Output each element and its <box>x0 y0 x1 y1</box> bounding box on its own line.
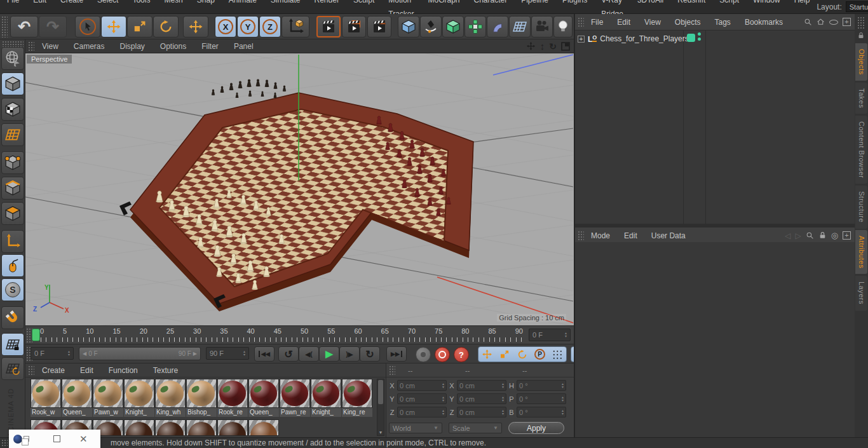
apply-button[interactable]: Apply <box>508 422 564 434</box>
rotate-tool-button[interactable] <box>153 16 179 37</box>
attribute-manager-menu-item[interactable]: Edit <box>617 231 644 240</box>
rotation-field[interactable]: 0 °▴▾ <box>517 407 566 417</box>
material-menu-item[interactable]: Create <box>34 366 72 375</box>
object-manager-menu-item[interactable]: Bookmarks <box>738 18 790 27</box>
goto-end-button[interactable]: ▶▶ <box>386 346 407 362</box>
lock-layout-icon[interactable] <box>857 32 865 39</box>
scrollbar-thumb[interactable] <box>378 380 383 404</box>
close-icon[interactable]: ✕ <box>79 433 88 445</box>
object-manager-menu-item[interactable]: Tags <box>708 18 738 27</box>
expand-icon[interactable]: + <box>578 36 585 43</box>
object-name[interactable]: Chess_for_Three_Players <box>600 34 688 43</box>
undo-button[interactable]: ↶ <box>10 16 38 37</box>
attribute-manager-menu-item[interactable]: User Data <box>644 231 693 240</box>
add-generator-button[interactable] <box>442 16 464 37</box>
spinner-icon[interactable]: ▴▾ <box>562 409 564 416</box>
size-field[interactable]: 0 cm▴▾ <box>457 380 506 391</box>
material-menu-item[interactable]: Texture <box>146 366 186 375</box>
spinner-icon[interactable]: ▴▾ <box>442 409 444 416</box>
camera-view-label[interactable]: Perspective <box>27 55 72 64</box>
add-panel-icon[interactable]: + <box>843 18 851 26</box>
viewport-solo-button[interactable] <box>1 254 24 277</box>
viewport-menu-item[interactable]: Options <box>153 42 194 51</box>
previous-frame-button[interactable]: ◀( <box>299 346 319 362</box>
spinner-icon[interactable]: ▴▾ <box>502 383 504 389</box>
material-tile[interactable]: Queen_ <box>62 379 92 417</box>
spinner-icon[interactable]: ▴▾ <box>562 383 564 389</box>
add-primitive-button[interactable] <box>398 16 419 37</box>
range-left-arrow-icon[interactable]: ◀ <box>83 351 86 356</box>
material-tile[interactable]: King_re <box>342 379 372 417</box>
object-manager-grip[interactable] <box>578 17 584 27</box>
object-row[interactable]: + LO Chess_for_Three_Players <box>578 33 689 44</box>
viewport-menu-item[interactable]: Panel <box>226 42 261 51</box>
end-frame-field[interactable]: 90 F ▴▾ <box>206 347 249 360</box>
rotate-view-icon[interactable]: ↻ <box>549 41 557 51</box>
viewport-menu-item[interactable]: Cameras <box>66 42 112 51</box>
workplane-mode-button[interactable] <box>1 123 24 146</box>
material-tile[interactable] <box>155 419 186 436</box>
key-position-toggle[interactable] <box>478 347 496 362</box>
viewport-menu-item[interactable]: Display <box>112 42 152 51</box>
position-field[interactable]: 0 cm▴▾ <box>397 380 447 391</box>
points-mode-button[interactable] <box>1 151 24 174</box>
viewport-menu-item[interactable]: View <box>34 42 66 51</box>
object-manager-menu-item[interactable]: Objects <box>668 18 708 27</box>
layer-color-chip[interactable] <box>687 34 695 42</box>
key-pla-toggle[interactable] <box>548 347 566 362</box>
attribute-content[interactable] <box>575 242 855 448</box>
object-manager-menu-item[interactable]: View <box>637 18 668 27</box>
object-manager-menu-item[interactable]: File <box>584 18 610 27</box>
render-settings-button[interactable] <box>367 16 391 37</box>
attribute-manager-menu-item[interactable]: Mode <box>584 231 617 240</box>
material-menu-item[interactable]: Function <box>101 366 146 375</box>
keyframe-selection-button[interactable]: ? <box>454 347 469 362</box>
lock-z-axis-button[interactable]: Z <box>259 16 281 37</box>
object-manager-menu-item[interactable]: Edit <box>610 18 637 27</box>
dock-tab[interactable]: Layers <box>855 276 867 310</box>
lock-workplane-button[interactable] <box>1 333 24 356</box>
add-spline-button[interactable] <box>420 16 442 37</box>
material-scrollbar[interactable]: ▾ <box>377 379 384 436</box>
viewport-canvas[interactable]: Y X Z Perspective Grid Spacing : 10 cm <box>25 53 574 325</box>
material-tile[interactable]: Bishop_ <box>186 379 217 417</box>
object-tree[interactable]: + LO Chess_for_Three_Players <box>575 31 855 224</box>
mode-toolbar-grip[interactable] <box>2 41 24 47</box>
material-tile[interactable]: Knight_ <box>311 379 341 417</box>
next-key-button[interactable]: ↻ <box>360 346 380 362</box>
material-tile[interactable]: King_wh <box>155 379 186 417</box>
viewport-menu-item[interactable]: Filter <box>194 42 226 51</box>
add-light-button[interactable] <box>553 16 573 37</box>
previous-key-button[interactable]: ↺ <box>278 346 299 362</box>
key-scale-toggle[interactable] <box>496 347 514 362</box>
preview-range-slider[interactable]: ◀ 0 F 90 F ▶ <box>79 347 201 360</box>
material-tile[interactable]: Knight_ <box>124 379 154 417</box>
add-panel-icon[interactable]: + <box>843 231 851 240</box>
render-view-button[interactable] <box>316 16 341 37</box>
record-objects-button[interactable] <box>416 347 431 362</box>
material-tile[interactable]: Pawn_re <box>280 379 310 417</box>
redo-button[interactable]: ↷ <box>39 16 67 37</box>
material-tile[interactable]: Rook_w <box>31 379 61 417</box>
add-deformer-button[interactable] <box>487 16 508 37</box>
snap-button[interactable] <box>1 306 24 329</box>
dock-tab[interactable]: Takes <box>855 83 867 114</box>
position-field[interactable]: 0 cm▴▾ <box>397 393 447 404</box>
material-grip[interactable] <box>28 365 34 376</box>
history-forward-icon[interactable]: ▷ <box>795 231 801 240</box>
spinner-icon[interactable]: ▴▾ <box>442 396 444 402</box>
history-back-icon[interactable]: ◁ <box>785 231 790 240</box>
scroll-down-icon[interactable]: ▾ <box>377 430 384 435</box>
coordinate-system-dropdown[interactable]: World▼ <box>389 423 442 433</box>
spinner-icon[interactable]: ▴▾ <box>562 396 564 402</box>
live-selection-button[interactable] <box>75 16 100 37</box>
eye-icon[interactable] <box>829 20 838 25</box>
target-icon[interactable]: ◎ <box>831 231 838 240</box>
editor-visibility-dot[interactable] <box>698 32 701 36</box>
current-frame-marker[interactable] <box>32 329 40 341</box>
render-visibility-dot[interactable] <box>698 37 701 41</box>
layout-dropdown[interactable]: Startup ▼ <box>846 1 868 12</box>
status-grip[interactable] <box>1 439 8 447</box>
viewport-grip[interactable] <box>28 41 34 51</box>
spinner-icon[interactable]: ▴▾ <box>442 383 444 389</box>
